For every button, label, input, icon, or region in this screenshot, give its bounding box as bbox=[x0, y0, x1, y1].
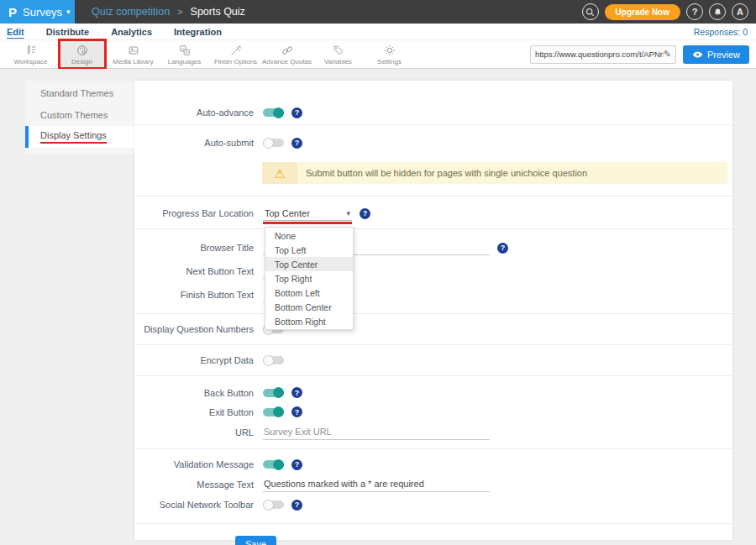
preview-button[interactable]: Preview bbox=[683, 45, 749, 64]
back-button-help-icon[interactable] bbox=[291, 387, 302, 398]
auto-submit-help-icon[interactable] bbox=[291, 138, 302, 149]
validation-message-toggle[interactable] bbox=[263, 460, 284, 469]
auto-advance-help-icon[interactable] bbox=[291, 107, 302, 118]
selected-option: Top Center bbox=[265, 208, 310, 218]
social-network-toolbar-toggle[interactable] bbox=[263, 500, 284, 509]
toolbar-item-languages[interactable]: xA Languages bbox=[159, 40, 210, 69]
avatar[interactable]: A bbox=[732, 3, 748, 20]
breadcrumb-separator: > bbox=[177, 7, 182, 17]
message-text-label: Message Text bbox=[134, 479, 254, 490]
design-palette-icon bbox=[76, 44, 89, 57]
toolbar-item-advance-quotas[interactable]: Advance Quotas bbox=[261, 40, 312, 69]
dropdown-option-top-left[interactable]: Top Left bbox=[265, 243, 353, 257]
toolbar-item-settings[interactable]: Settings bbox=[364, 40, 415, 69]
help-menu-icon[interactable]: ? bbox=[686, 3, 703, 20]
progress-bar-dropdown: None Top Left Top Center Top Right Botto… bbox=[265, 227, 354, 330]
toolbar-item-media-library[interactable]: Media Library bbox=[108, 40, 159, 69]
dropdown-option-bottom-right[interactable]: Bottom Right bbox=[265, 314, 353, 328]
auto-submit-row: Auto-submit bbox=[134, 134, 732, 152]
validation-message-help-icon[interactable] bbox=[291, 459, 302, 470]
tab-edit[interactable]: Edit bbox=[7, 27, 24, 37]
display-question-numbers-row: Display Question Numbers bbox=[134, 321, 732, 338]
sidebar-item-standard-themes[interactable]: Standard Themes bbox=[25, 82, 134, 104]
tab-analytics[interactable]: Analytics bbox=[111, 27, 152, 37]
auto-advance-row: Auto-advance bbox=[134, 103, 732, 122]
validation-message-label: Validation Message bbox=[134, 459, 254, 469]
auto-advance-label: Auto-advance bbox=[134, 107, 254, 118]
dropdown-option-top-center[interactable]: Top Center bbox=[265, 257, 353, 271]
submit-hidden-warning: ⚠ Submit button will be hidden for pages… bbox=[262, 162, 727, 184]
encrypt-data-row: Encrypt Data bbox=[134, 352, 732, 369]
product-name: Surveys bbox=[23, 6, 62, 18]
settings-gear-icon bbox=[383, 44, 396, 57]
progress-bar-location-label: Progress Bar Location bbox=[134, 208, 254, 218]
progress-bar-help-icon[interactable] bbox=[360, 208, 370, 219]
social-network-toolbar-help-icon[interactable] bbox=[291, 500, 302, 511]
warning-icon-strip: ⚠ bbox=[262, 162, 297, 184]
auto-advance-toggle[interactable] bbox=[263, 108, 284, 117]
toolbar-item-variables[interactable]: Variables bbox=[312, 40, 364, 69]
survey-exit-url-input[interactable] bbox=[263, 425, 490, 440]
annotation-select-underline bbox=[263, 222, 352, 224]
design-toolbar: Workspace Design Media Library xA bbox=[0, 40, 756, 69]
top-header: P Surveys ▾ Quiz competition > Sports Qu… bbox=[0, 0, 756, 24]
encrypt-data-label: Encrypt Data bbox=[134, 355, 254, 365]
auto-submit-label: Auto-submit bbox=[134, 138, 254, 148]
chevron-down-icon: ▾ bbox=[66, 8, 71, 16]
survey-url-input[interactable] bbox=[535, 50, 664, 59]
notifications-bell-icon[interactable] bbox=[709, 3, 726, 20]
eye-icon bbox=[692, 50, 703, 59]
sidebar-item-display-settings[interactable]: Display Settings bbox=[25, 126, 134, 148]
toolbar-item-workspace[interactable]: Workspace bbox=[5, 40, 56, 69]
message-text-row: Message Text bbox=[134, 474, 732, 495]
breadcrumb-parent[interactable]: Quiz competition bbox=[92, 6, 170, 18]
responses-count[interactable]: Responses: 0 bbox=[694, 27, 748, 37]
page-body: Standard Themes Custom Themes Display Se… bbox=[0, 69, 756, 545]
back-button-row: Back Button bbox=[134, 383, 732, 402]
media-library-icon bbox=[127, 44, 140, 57]
dropdown-option-top-right[interactable]: Top Right bbox=[265, 271, 353, 286]
toolbar-item-finish-options[interactable]: Finish Options bbox=[210, 40, 261, 69]
browser-title-label: Browser Title bbox=[134, 243, 254, 253]
auto-submit-toggle[interactable] bbox=[263, 139, 284, 147]
dropdown-option-bottom-left[interactable]: Bottom Left bbox=[265, 286, 353, 300]
finish-button-text-row: Finish Button Text bbox=[134, 283, 732, 307]
exit-button-label: Exit Button bbox=[134, 407, 254, 417]
annotation-display-settings-underline: Display Settings bbox=[40, 130, 107, 144]
toolbar-item-design[interactable]: Design bbox=[56, 40, 108, 69]
app-window: P Surveys ▾ Quiz competition > Sports Qu… bbox=[0, 0, 756, 545]
back-button-toggle[interactable] bbox=[263, 389, 284, 397]
warning-triangle-icon: ⚠ bbox=[274, 167, 285, 180]
back-button-label: Back Button bbox=[134, 388, 254, 398]
progress-bar-location-row: Progress Bar Location Top Center ▾ None … bbox=[134, 203, 732, 223]
variables-tag-icon bbox=[332, 44, 345, 57]
questionpro-logo: P bbox=[8, 5, 17, 19]
breadcrumb: Quiz competition > Sports Quiz bbox=[92, 6, 245, 18]
progress-bar-location-select[interactable]: Top Center ▾ bbox=[263, 206, 352, 221]
finish-button-text-label: Finish Button Text bbox=[134, 290, 254, 300]
encrypt-data-toggle[interactable] bbox=[263, 356, 284, 364]
social-network-toolbar-label: Social Network Toolbar bbox=[134, 500, 254, 510]
surveys-menu[interactable]: P Surveys ▾ bbox=[0, 0, 75, 24]
browser-title-help-icon[interactable] bbox=[497, 243, 508, 254]
message-text-input[interactable] bbox=[263, 477, 490, 492]
sidebar-item-custom-themes[interactable]: Custom Themes bbox=[25, 104, 134, 126]
next-button-text-row: Next Button Text bbox=[134, 259, 732, 283]
exit-button-toggle[interactable] bbox=[263, 408, 284, 417]
tab-integration[interactable]: Integration bbox=[174, 27, 222, 37]
advance-quotas-link-icon bbox=[281, 44, 294, 57]
dropdown-option-none[interactable]: None bbox=[265, 228, 353, 243]
tab-distribute[interactable]: Distribute bbox=[46, 27, 89, 37]
save-button[interactable]: Save bbox=[235, 536, 276, 545]
search-icon[interactable] bbox=[582, 3, 599, 20]
dropdown-option-bottom-center[interactable]: Bottom Center bbox=[265, 300, 353, 314]
next-button-text-label: Next Button Text bbox=[134, 266, 254, 276]
validation-message-row: Validation Message bbox=[134, 454, 732, 474]
edit-url-pencil-icon[interactable]: ✎ bbox=[664, 49, 671, 60]
upgrade-now-button[interactable]: Upgrade Now bbox=[605, 4, 680, 20]
design-sidebar: Standard Themes Custom Themes Display Se… bbox=[25, 81, 134, 155]
finish-options-wand-icon bbox=[229, 44, 243, 57]
display-question-numbers-label: Display Question Numbers bbox=[134, 324, 254, 334]
exit-button-row: Exit Button bbox=[134, 402, 732, 422]
exit-button-help-icon[interactable] bbox=[291, 406, 302, 417]
